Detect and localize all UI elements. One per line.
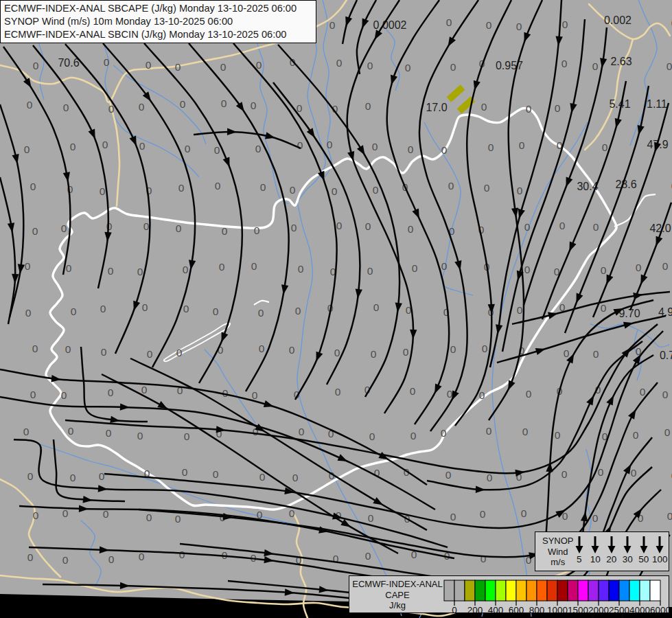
- station-zero: 0: [25, 260, 31, 272]
- wind-speed-item: 10: [588, 535, 604, 564]
- station-zero: 0: [176, 347, 183, 358]
- cape-legend-line3: J/kg: [352, 600, 443, 611]
- station-zero: 0: [291, 222, 297, 233]
- station-zero: 0: [137, 430, 143, 442]
- station-zero: 0: [336, 220, 343, 231]
- down-arrow-icon: [573, 535, 586, 554]
- station-zero: 0: [139, 551, 145, 562]
- station-zero: 0: [183, 264, 189, 275]
- station-zero: 0: [448, 180, 454, 192]
- station-zero: 0: [137, 266, 143, 277]
- station-zero: 0: [176, 222, 182, 234]
- wind-speed-item: 100: [652, 535, 669, 564]
- station-zero: 0: [33, 510, 39, 521]
- station-zero: 0: [30, 389, 36, 400]
- station-zero: 0: [479, 389, 485, 401]
- station-zero: 0: [445, 469, 452, 481]
- station-zero: 0: [410, 385, 416, 397]
- colorbar-tick-label: 800: [529, 605, 545, 614]
- wind-legend-line1: SYNOP: [542, 536, 574, 547]
- station-zero: 0: [219, 261, 225, 273]
- station-zero: 0: [142, 301, 148, 313]
- down-arrow-icon: [653, 535, 666, 554]
- colorbar-tick-label: 600: [509, 605, 524, 614]
- down-arrow-icon: [605, 535, 618, 554]
- colorbar-cell: [568, 580, 578, 601]
- station-value: 0.0002: [373, 19, 407, 31]
- cape-colorbar: 0200400600800100015002000250040006000: [443, 577, 669, 614]
- down-arrow-icon: [589, 535, 601, 554]
- station-zero: 0: [516, 21, 522, 32]
- station-zero: 0: [295, 305, 301, 317]
- station-zero: 0: [441, 144, 448, 156]
- synop-wind-legend: SYNOP Wind m/s 510203050100: [535, 531, 669, 571]
- station-zero: 0: [63, 102, 69, 113]
- station-zero: 0: [104, 56, 110, 68]
- station-zero: 0: [254, 225, 260, 236]
- station-zero: 0: [259, 343, 265, 354]
- station-zero: 0: [410, 430, 417, 442]
- colorbar-cell: [629, 580, 640, 601]
- colorbar-cell: [465, 580, 475, 601]
- station-zero: 0: [521, 507, 527, 519]
- station-zero: 0: [24, 144, 30, 155]
- station-zero: 0: [213, 306, 219, 317]
- down-arrow-icon: [621, 535, 634, 554]
- station-zero: 0: [480, 508, 486, 520]
- station-zero: 0: [141, 384, 148, 396]
- colorbar-cell: [619, 580, 629, 601]
- station-zero: 0: [662, 389, 669, 400]
- station-zero: 0: [631, 467, 637, 479]
- station-zero: 0: [488, 141, 494, 153]
- station-value: 0.002: [604, 14, 632, 26]
- cape-legend-line1: ECMWF-INDEX-ANAL: [352, 579, 443, 590]
- station-zero: 0: [27, 99, 33, 111]
- colorbar-cell: [537, 580, 547, 601]
- station-zero: 0: [251, 100, 257, 111]
- station-zero: 0: [334, 347, 340, 358]
- station-zero: 0: [636, 262, 642, 273]
- station-zero: 0: [592, 512, 599, 524]
- weather-map-page: 0000000000000000000000000000000000000000…: [0, 0, 672, 618]
- station-zero: 0: [365, 220, 371, 232]
- station-zero: 0: [593, 348, 599, 360]
- down-arrow-icon: [638, 535, 650, 554]
- station-zero: 0: [602, 141, 608, 153]
- station-zero: 0: [446, 16, 452, 28]
- station-zero: 0: [66, 262, 72, 274]
- station-zero: 0: [405, 62, 411, 73]
- station-zero: 0: [372, 141, 378, 152]
- station-zero: 0: [562, 19, 568, 30]
- colorbar-tick-label: 0: [452, 605, 457, 614]
- station-zero: 0: [183, 303, 189, 314]
- station-zero: 0: [441, 260, 448, 272]
- station-zero: 0: [185, 143, 191, 154]
- station-zero: 0: [139, 101, 145, 113]
- station-value: 70.6: [58, 57, 79, 69]
- station-zero: 0: [178, 182, 185, 194]
- station-zero: 0: [289, 507, 295, 519]
- wind-legend-line3: m/s: [542, 557, 574, 568]
- station-zero: 0: [220, 61, 227, 73]
- station-zero: 0: [559, 220, 566, 231]
- wind-speed-item: 5: [571, 535, 588, 564]
- station-zero: 0: [332, 185, 338, 197]
- wind-speed-item: 30: [620, 535, 636, 564]
- station-zero: 0: [255, 143, 262, 154]
- station-zero: 0: [62, 507, 69, 519]
- colorbar-cell: [475, 580, 485, 601]
- station-zero: 0: [519, 139, 525, 151]
- station-zero: 0: [564, 347, 570, 359]
- station-zero: 0: [408, 223, 414, 235]
- station-zero: 0: [526, 388, 532, 400]
- wind-speed-item: 50: [636, 535, 652, 564]
- colorbar-cell: [609, 580, 619, 601]
- station-zero: 0: [369, 431, 375, 442]
- station-zero: 0: [450, 61, 456, 73]
- title-line-wind: SYNOP Wind (m/s) 10m Monday 13-10-2025 0…: [4, 15, 312, 28]
- cape-legend-label: ECMWF-INDEX-ANAL CAPE J/kg: [352, 579, 443, 611]
- station-zero: 0: [27, 470, 34, 482]
- wind-legend-line2: Wind: [542, 547, 574, 558]
- colorbar-tick-label: 4000: [629, 605, 650, 614]
- station-zero: 0: [251, 260, 257, 272]
